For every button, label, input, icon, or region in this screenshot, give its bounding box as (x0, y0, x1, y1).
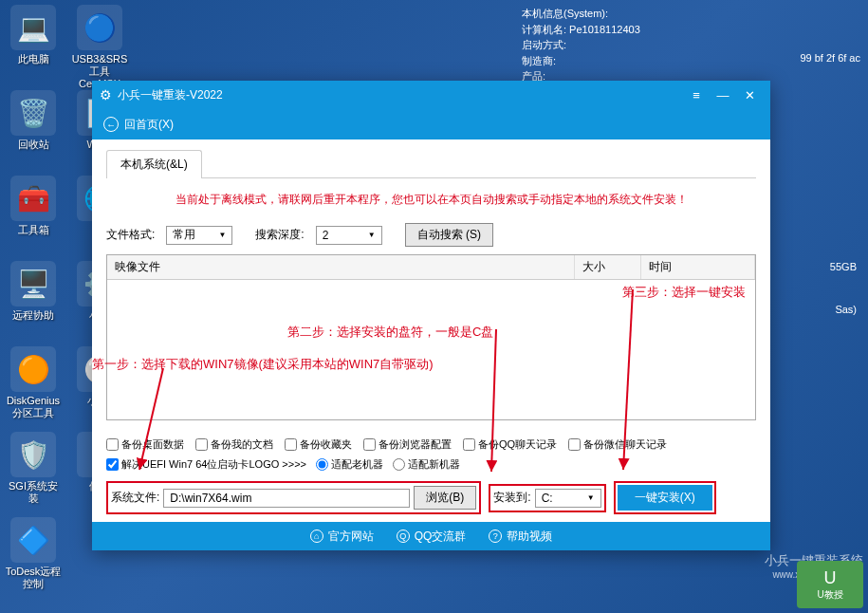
cb-uefi-fix[interactable]: 解决UEFI Win7 64位启动卡LOGO >>>> (106, 457, 306, 472)
app-shortcut-icon: 🔵 (77, 5, 122, 50)
col-time[interactable]: 时间 (641, 255, 755, 279)
tab-row: 本机系统(&L) (106, 149, 756, 178)
chevron-down-icon: ▼ (587, 493, 595, 502)
annotation-step3: 第三步：选择一键安装 (622, 284, 746, 301)
desktop-icon[interactable]: 🔵USB3&SRS工具CeoMSX (71, 5, 128, 91)
window-title: 小兵一键重装-V2022 (118, 87, 683, 103)
mac-address: 99 bf 2f 6f ac (800, 52, 860, 64)
back-label: 回首页(X) (124, 117, 174, 133)
icon-label: ToDesk远程控制 (5, 566, 62, 590)
tab-local-system[interactable]: 本机系统(&L) (106, 150, 202, 178)
system-file-label: 系统文件: (111, 490, 159, 506)
cb-backup-browser[interactable]: 备份浏览器配置 (363, 437, 452, 452)
annotation-step1: 第一步：选择下载的WIN7镜像(建议采用本站的WIN7自带驱动) (92, 356, 490, 373)
sysinfo-title: 本机信息(System): (522, 6, 640, 22)
install-row: 系统文件: 浏览(B) 安装到: C: ▼ 一键安装(X) (106, 481, 756, 514)
search-controls: 文件格式: 常用 ▼ 搜索深度: 2 ▼ 自动搜索 (S) (106, 223, 756, 247)
icon-label: 回收站 (5, 139, 62, 151)
help-icon: ? (489, 529, 502, 543)
desktop-icon[interactable]: 💻此电脑 (5, 5, 62, 65)
file-format-select[interactable]: 常用 ▼ (166, 226, 232, 245)
install-drive-select[interactable]: C: ▼ (535, 489, 601, 508)
install-drive-group: 安装到: C: ▼ (489, 484, 605, 512)
install-to-label: 安装到: (493, 490, 530, 506)
footer-help[interactable]: ? 帮助视频 (489, 529, 552, 545)
back-home-button[interactable]: ← 回首页(X) (103, 117, 174, 133)
sysinfo-boot: 启动方式: (522, 37, 640, 53)
search-depth-select[interactable]: 2 ▼ (316, 226, 382, 245)
search-depth-label: 搜索深度: (255, 227, 304, 243)
app-shortcut-icon: 🖥️ (10, 261, 56, 306)
footer-qq[interactable]: Q QQ交流群 (397, 529, 467, 545)
col-file[interactable]: 映像文件 (107, 255, 575, 279)
footer-official[interactable]: ⌂ 官方网站 (310, 529, 374, 545)
annotation-step2: 第二步：选择安装的盘符，一般是C盘 (287, 324, 493, 341)
uefi-options: 解决UEFI Win7 64位启动卡LOGO >>>> 适配老机器 适配新机器 (106, 457, 756, 472)
app-window: ⚙ 小兵一键重装-V2022 ≡ — ✕ ← 回首页(X) 本机系统(&L) 当… (92, 81, 770, 550)
system-file-group: 系统文件: 浏览(B) (106, 481, 481, 514)
desktop-icon[interactable]: 🟠DiskGenius分区工具 (5, 346, 62, 419)
titlebar[interactable]: ⚙ 小兵一键重装-V2022 ≡ — ✕ (92, 81, 770, 109)
cb-backup-desktop[interactable]: 备份桌面数据 (106, 437, 184, 452)
window-footer: ⌂ 官方网站 Q QQ交流群 ? 帮助视频 (92, 522, 770, 550)
close-button[interactable]: ✕ (736, 84, 763, 106)
desktop-icon[interactable]: 🔷ToDesk远程控制 (5, 517, 62, 590)
watermark-badge: U U教授 (797, 561, 863, 608)
app-shortcut-icon: 🛡️ (10, 432, 56, 477)
icon-label: 此电脑 (5, 53, 62, 65)
system-file-input[interactable] (163, 489, 410, 508)
desktop-icon[interactable]: 🛡️SGI系统安装 (5, 432, 62, 505)
radio-new-machine[interactable]: 适配新机器 (393, 457, 460, 472)
cb-backup-wechat[interactable]: 备份微信聊天记录 (568, 437, 667, 452)
desktop-icon[interactable]: 🗑️回收站 (5, 90, 62, 151)
cb-backup-fav[interactable]: 备份收藏夹 (285, 437, 352, 452)
icon-label: 工具箱 (5, 224, 62, 236)
offline-warning: 当前处于离线模式，请联网后重开本程序，您也可以在本页自动搜索或手动指定本地的系统… (106, 184, 756, 215)
desktop-icon[interactable]: 🖥️远程协助 (5, 261, 62, 322)
menu-button[interactable]: ≡ (683, 84, 710, 106)
nav-bar: ← 回首页(X) (92, 109, 770, 139)
backup-options: 备份桌面数据 备份我的文档 备份收藏夹 备份浏览器配置 备份QQ聊天记录 备份微… (106, 437, 756, 452)
content-area: 本机系统(&L) 当前处于离线模式，请联网后重开本程序，您也可以在本页自动搜索或… (92, 139, 770, 522)
cb-backup-qq[interactable]: 备份QQ聊天记录 (463, 437, 557, 452)
desktop-icon[interactable]: 🧰工具箱 (5, 176, 62, 236)
install-button[interactable]: 一键安装(X) (618, 485, 712, 511)
sysinfo-computer: 计算机名: Pe1018112403 (522, 22, 640, 38)
app-shortcut-icon: 💻 (10, 5, 56, 50)
app-shortcut-icon: 🔷 (10, 517, 56, 563)
image-file-table[interactable]: 映像文件 大小 时间 第三步：选择一键安装 第二步：选择安装的盘符，一般是C盘 (106, 254, 756, 420)
app-icon: ⚙ (100, 87, 112, 102)
table-header: 映像文件 大小 时间 (107, 255, 755, 280)
icon-label: SGI系统安装 (5, 480, 62, 505)
disk-sas-info: Sas) (835, 304, 857, 315)
file-format-label: 文件格式: (106, 227, 155, 243)
back-arrow-icon: ← (103, 117, 119, 132)
icon-label: DiskGenius分区工具 (5, 395, 62, 419)
browse-button[interactable]: 浏览(B) (414, 486, 476, 510)
app-shortcut-icon: 🗑️ (10, 90, 56, 136)
chevron-down-icon: ▼ (368, 231, 376, 239)
minimize-button[interactable]: — (710, 84, 736, 106)
install-button-group: 一键安装(X) (614, 481, 716, 514)
chevron-down-icon: ▼ (218, 231, 226, 239)
col-size[interactable]: 大小 (575, 255, 641, 279)
home-icon: ⌂ (310, 529, 323, 543)
auto-search-button[interactable]: 自动搜索 (S) (405, 223, 493, 247)
qq-icon: Q (397, 529, 410, 543)
disk-size-info: 55GB (830, 261, 857, 272)
cb-backup-docs[interactable]: 备份我的文档 (195, 437, 273, 452)
app-shortcut-icon: 🧰 (10, 176, 56, 221)
sysinfo-mfr: 制造商: (522, 53, 640, 69)
icon-label: 远程协助 (5, 309, 62, 322)
radio-old-machine[interactable]: 适配老机器 (316, 457, 383, 472)
app-shortcut-icon: 🟠 (10, 346, 56, 392)
